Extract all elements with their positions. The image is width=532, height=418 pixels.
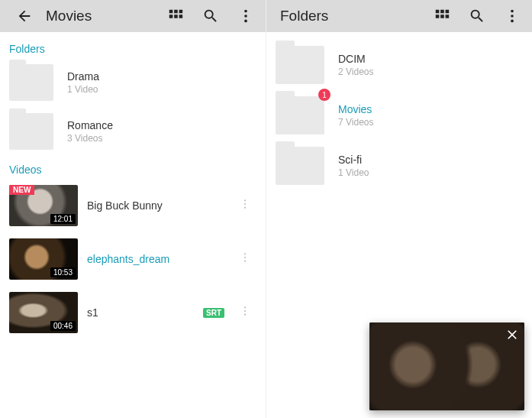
- folder-info: Romance 3 Videos: [67, 119, 256, 144]
- more-vert-icon: [504, 8, 521, 24]
- pip-player[interactable]: [369, 322, 524, 410]
- video-title: elephants_dream: [87, 253, 224, 265]
- folder-sub: 2 Videos: [338, 66, 523, 77]
- folder-name: Romance: [67, 119, 256, 131]
- search-button[interactable]: [463, 2, 491, 30]
- video-thumbnail: 10:53: [9, 238, 78, 280]
- folder-info: Movies 7 Videos: [338, 103, 523, 128]
- close-icon: [505, 327, 520, 342]
- svg-point-14: [511, 20, 514, 23]
- video-title: Big Buck Bunny: [87, 199, 224, 212]
- video-title-wrap: Big Buck Bunny: [87, 199, 224, 212]
- folder-row[interactable]: Drama 1 Video: [0, 58, 266, 107]
- grid-icon: [167, 8, 184, 24]
- folder-sub: 1 Video: [67, 84, 256, 95]
- video-thumbnail: 00:46: [9, 292, 78, 333]
- folder-info: Sci-fi 1 Video: [338, 154, 523, 178]
- folder-sub: 3 Videos: [67, 133, 256, 144]
- folder-row[interactable]: 1 Movies 7 Videos: [266, 90, 532, 141]
- video-duration: 00:46: [50, 321, 76, 331]
- movies-body: Folders Drama 1 Video Romance 3 Videos V…: [0, 32, 266, 418]
- folder-info: DCIM 2 Videos: [338, 53, 523, 77]
- folder-name: DCIM: [338, 53, 523, 65]
- movies-header: Movies: [0, 0, 266, 32]
- svg-point-10: [244, 310, 246, 312]
- more-vert-icon: [237, 8, 254, 24]
- folder-row[interactable]: Romance 3 Videos: [0, 107, 266, 156]
- svg-point-0: [244, 10, 247, 13]
- page-title: Movies: [46, 8, 154, 24]
- folder-sub: 7 Videos: [338, 117, 523, 128]
- svg-point-5: [244, 207, 246, 209]
- folder-icon: [9, 64, 53, 101]
- grid-icon: [434, 8, 450, 24]
- movies-panel: Movies Folders Drama 1 Video: [0, 0, 266, 418]
- folder-icon: [276, 96, 324, 134]
- video-item-menu[interactable]: [234, 198, 256, 213]
- back-icon: [16, 8, 33, 24]
- notification-badge: 1: [318, 89, 330, 101]
- video-thumbnail: NEW 12:01: [9, 185, 78, 226]
- svg-point-4: [244, 203, 246, 205]
- svg-point-6: [244, 253, 246, 254]
- grid-view-button[interactable]: [162, 2, 189, 30]
- video-item-menu[interactable]: [234, 305, 256, 320]
- folders-header: Folders: [266, 0, 532, 32]
- new-badge: NEW: [9, 185, 34, 195]
- svg-point-11: [244, 314, 246, 316]
- folder-icon: [9, 113, 53, 150]
- more-button[interactable]: [232, 2, 260, 30]
- svg-point-13: [511, 15, 514, 18]
- search-icon: [202, 8, 219, 24]
- folder-name: Drama: [67, 70, 256, 83]
- grid-view-button[interactable]: [428, 2, 456, 30]
- folder-row[interactable]: DCIM 2 Videos: [266, 40, 532, 90]
- svg-point-8: [244, 261, 246, 262]
- video-row[interactable]: NEW 12:01 Big Buck Bunny: [0, 179, 266, 232]
- folders-section-title: Folders: [0, 32, 266, 58]
- folder-thumb-wrap: 1: [276, 96, 324, 134]
- pip-close-button[interactable]: [505, 327, 520, 345]
- folder-name: Movies: [338, 103, 523, 115]
- svg-point-9: [244, 306, 246, 308]
- svg-point-2: [244, 20, 247, 23]
- back-button[interactable]: [11, 2, 38, 30]
- svg-point-1: [244, 15, 247, 18]
- srt-badge: SRT: [203, 308, 224, 318]
- video-duration: 12:01: [50, 214, 76, 224]
- videos-section-title: Videos: [0, 156, 266, 179]
- video-row[interactable]: 00:46 s1 SRT: [0, 286, 266, 339]
- video-row[interactable]: 10:53 elephants_dream: [0, 232, 266, 286]
- video-title: s1: [87, 306, 197, 319]
- svg-point-7: [244, 257, 246, 258]
- more-vert-icon: [239, 198, 251, 210]
- video-title-wrap: elephants_dream: [87, 253, 224, 265]
- pip-video-frame: [369, 322, 524, 410]
- more-button[interactable]: [498, 2, 526, 30]
- folder-info: Drama 1 Video: [67, 70, 256, 95]
- video-item-menu[interactable]: [234, 251, 256, 267]
- svg-point-3: [244, 199, 246, 201]
- svg-point-12: [511, 10, 514, 13]
- search-button[interactable]: [197, 2, 224, 30]
- more-vert-icon: [239, 251, 251, 264]
- folder-icon: [276, 46, 324, 84]
- search-icon: [469, 8, 485, 24]
- page-title: Folders: [277, 8, 421, 24]
- more-vert-icon: [239, 305, 251, 317]
- video-title-wrap: s1 SRT: [87, 306, 224, 319]
- folder-row[interactable]: Sci-fi 1 Video: [266, 141, 532, 191]
- folder-icon: [276, 147, 324, 185]
- folder-name: Sci-fi: [338, 154, 523, 166]
- video-duration: 10:53: [50, 267, 76, 277]
- folder-sub: 1 Video: [338, 167, 523, 178]
